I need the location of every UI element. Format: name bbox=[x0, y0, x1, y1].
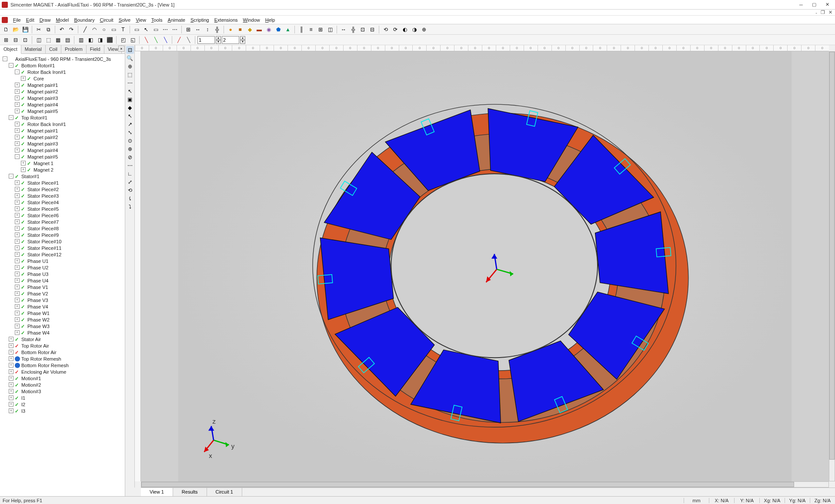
dim4-button[interactable]: ⊟ bbox=[368, 25, 377, 34]
menu-edit[interactable]: Edit bbox=[23, 17, 37, 23]
tree-node[interactable]: +✓Enclosing Air Volume bbox=[1, 368, 124, 375]
tree-node[interactable]: +✓Stator Piece#5 bbox=[1, 206, 124, 212]
btab-view-1[interactable]: View 1 bbox=[141, 488, 173, 496]
viewport-canvas[interactable]: y x z bbox=[141, 51, 829, 481]
tree-expand-icon[interactable]: + bbox=[15, 193, 20, 198]
tree-expand-icon[interactable]: - bbox=[3, 56, 7, 61]
dim2-button[interactable]: ╬ bbox=[349, 25, 357, 34]
tree-expand-icon[interactable]: + bbox=[15, 141, 20, 146]
tree-node[interactable]: +✓Rotor Back Iron#1 bbox=[1, 121, 124, 127]
tree-expand-icon[interactable]: - bbox=[15, 154, 20, 159]
axis4-button[interactable]: ╱ bbox=[174, 36, 183, 44]
vw-zoomext-button[interactable]: ⊕ bbox=[126, 63, 134, 70]
tree-node[interactable]: +✓Stator Piece#6 bbox=[1, 212, 124, 219]
panel-tab-field[interactable]: Field bbox=[87, 45, 104, 53]
rot4-button[interactable]: ◑ bbox=[410, 25, 419, 34]
menu-animate[interactable]: Animate bbox=[165, 17, 188, 23]
cube-button[interactable]: ■ bbox=[236, 25, 244, 34]
pnl3-button[interactable]: ⊡ bbox=[21, 36, 30, 44]
vw11-button[interactable]: ⤡ bbox=[126, 129, 134, 136]
tree-node[interactable]: -✓Magnet pair#5 bbox=[1, 153, 124, 160]
vscrollbar[interactable] bbox=[829, 51, 835, 481]
tree-expand-icon[interactable]: + bbox=[9, 389, 13, 394]
vw8-button[interactable]: ◆ bbox=[126, 104, 134, 112]
tree-node[interactable]: +✓Phase U4 bbox=[1, 277, 124, 284]
tree-node[interactable]: +✓Stator Piece#11 bbox=[1, 245, 124, 251]
tree-expand-icon[interactable]: + bbox=[9, 350, 13, 355]
tree-expand-icon[interactable]: + bbox=[9, 408, 13, 413]
arc-tool-button[interactable]: ◠ bbox=[90, 25, 99, 34]
tree-node[interactable]: +✓Stator Piece#10 bbox=[1, 238, 124, 245]
pick-button[interactable]: ↖ bbox=[142, 25, 150, 34]
tree-expand-icon[interactable]: + bbox=[9, 402, 13, 407]
tree-node[interactable]: +✓Magnet pair#4 bbox=[1, 101, 124, 108]
vw16-button[interactable]: ∟ bbox=[126, 170, 134, 178]
tree-expand-icon[interactable]: - bbox=[15, 70, 20, 74]
tree-expand-icon[interactable]: + bbox=[9, 343, 13, 348]
tree-expand-icon[interactable]: + bbox=[21, 76, 26, 81]
op1-button[interactable]: ⊞ bbox=[184, 25, 193, 34]
mdi-close-button[interactable]: ✕ bbox=[828, 10, 832, 15]
tree-node[interactable]: +✓Phase W4 bbox=[1, 329, 124, 336]
vw12-button[interactable]: ⊙ bbox=[126, 137, 134, 145]
tree-node[interactable]: +✓Magnet pair#4 bbox=[1, 147, 124, 153]
tree-node[interactable]: +✓Stator Piece#7 bbox=[1, 219, 124, 225]
tree-node[interactable]: +✓Phase U3 bbox=[1, 271, 124, 277]
tree-expand-icon[interactable]: - bbox=[9, 115, 13, 120]
tree-expand-icon[interactable]: + bbox=[15, 148, 20, 153]
tree-expand-icon[interactable]: + bbox=[15, 83, 20, 87]
pnl2-button[interactable]: ⊟ bbox=[11, 36, 20, 44]
tree-node[interactable]: +✓Phase V4 bbox=[1, 303, 124, 310]
tree-node[interactable]: +✓Top Rotor Air bbox=[1, 342, 124, 349]
tree-node[interactable]: +✓Stator Air bbox=[1, 336, 124, 342]
new-button[interactable]: 🗋 bbox=[2, 25, 10, 34]
tree-node[interactable]: +✓Phase V2 bbox=[1, 290, 124, 297]
tree-expand-icon[interactable]: + bbox=[9, 363, 13, 368]
tree-expand-icon[interactable]: + bbox=[15, 206, 20, 211]
tree-node[interactable]: +✓Magnet pair#3 bbox=[1, 140, 124, 147]
menu-extensions[interactable]: Extensions bbox=[212, 17, 240, 23]
minimize-button[interactable]: ─ bbox=[795, 1, 807, 9]
tree-node[interactable]: +Bottom Rotor Remesh bbox=[1, 362, 124, 368]
tree-expand-icon[interactable]: + bbox=[15, 285, 20, 289]
op2-button[interactable]: ↔ bbox=[194, 25, 202, 34]
brick-button[interactable]: ▬ bbox=[255, 25, 264, 34]
tree-expand-icon[interactable]: + bbox=[9, 395, 13, 400]
tree-node[interactable]: +✓Magnet pair#3 bbox=[1, 95, 124, 101]
pnl8-button[interactable]: ▥ bbox=[77, 36, 85, 44]
undo-button[interactable]: ↶ bbox=[57, 25, 66, 34]
menu-file[interactable]: File bbox=[10, 17, 23, 23]
tree-expand-icon[interactable]: + bbox=[9, 356, 13, 361]
tree-expand-icon[interactable]: + bbox=[15, 311, 20, 315]
tree-node[interactable]: +✓Motion#3 bbox=[1, 388, 124, 395]
tree-expand-icon[interactable]: + bbox=[15, 135, 20, 139]
menu-circuit[interactable]: Circuit bbox=[97, 17, 116, 23]
tree-expand-icon[interactable]: + bbox=[15, 89, 20, 94]
menu-view[interactable]: View bbox=[133, 17, 149, 23]
axis3-button[interactable]: ╲ bbox=[161, 36, 170, 44]
op4-button[interactable]: ╬ bbox=[213, 25, 221, 34]
grid1-button[interactable]: ║ bbox=[297, 25, 306, 34]
tree-expand-icon[interactable]: + bbox=[9, 376, 13, 381]
pnl4-button[interactable]: ◫ bbox=[34, 36, 43, 44]
panel-tab-material[interactable]: Material bbox=[21, 45, 46, 53]
pyramid-button[interactable]: ▲ bbox=[284, 25, 292, 34]
copy-button[interactable]: ⧉ bbox=[44, 25, 53, 34]
tree-expand-icon[interactable]: + bbox=[15, 239, 20, 244]
redo-button[interactable]: ↷ bbox=[67, 25, 76, 34]
menu-window[interactable]: Window bbox=[240, 17, 263, 23]
tree-expand-icon[interactable]: + bbox=[15, 128, 20, 133]
tree-node[interactable]: +✓Phase W2 bbox=[1, 316, 124, 323]
cut-button[interactable]: ✂ bbox=[34, 25, 43, 34]
maximize-button[interactable]: ▢ bbox=[808, 1, 820, 9]
tree-expand-icon[interactable]: + bbox=[15, 226, 20, 231]
vw7-button[interactable]: ▣ bbox=[126, 96, 134, 103]
tree-expand-icon[interactable]: + bbox=[15, 259, 20, 263]
tree-node[interactable]: +✓Core bbox=[1, 75, 124, 82]
tree-node[interactable]: +✓I2 bbox=[1, 401, 124, 408]
tree-node[interactable]: +Top Rotor Remesh bbox=[1, 355, 124, 362]
tree-expand-icon[interactable]: - bbox=[9, 174, 13, 179]
tree-node[interactable]: -✓Top Rotor#1 bbox=[1, 114, 124, 121]
tree-expand-icon[interactable]: + bbox=[15, 252, 20, 257]
tree-node[interactable]: +✓Magnet 2 bbox=[1, 166, 124, 173]
